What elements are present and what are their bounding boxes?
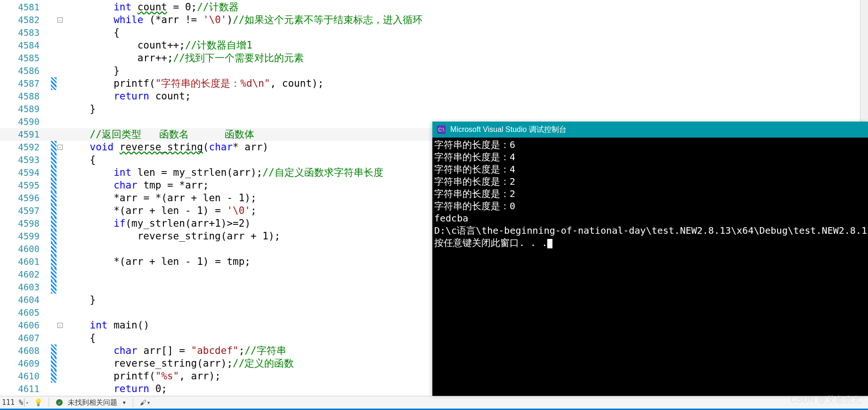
- line-number: 4590: [0, 115, 51, 128]
- code-text[interactable]: {: [66, 154, 96, 166]
- console-line: 字符串的长度是：0: [434, 200, 866, 212]
- console-output[interactable]: 字符串的长度是：6字符串的长度是：4字符串的长度是：4字符串的长度是：2字符串的…: [432, 138, 868, 396]
- line-number: 4596: [0, 192, 51, 205]
- change-marker: [51, 383, 57, 395]
- fold-toggle[interactable]: -: [57, 14, 63, 26]
- fold-toggle: [57, 52, 63, 65]
- line-number: 4591: [0, 128, 51, 141]
- line-number: 4599: [0, 230, 51, 243]
- fold-toggle: [57, 217, 63, 230]
- issues-ok-icon: ✓: [56, 399, 63, 406]
- zoom-control[interactable]: 111 % ▾: [2, 398, 30, 407]
- code-text[interactable]: {: [66, 26, 120, 39]
- code-text[interactable]: }: [66, 294, 96, 306]
- code-text[interactable]: while (*arr != '\0')//如果这个元素不等于结束标志，进入循环: [66, 14, 422, 26]
- change-marker: [51, 268, 57, 281]
- console-title-text: Microsoft Visual Studio 调试控制台: [450, 125, 567, 135]
- line-number: 4593: [0, 154, 51, 166]
- code-text[interactable]: char tmp = *arr;: [66, 179, 209, 192]
- fold-toggle: [57, 230, 63, 243]
- console-line: 字符串的长度是：6: [434, 139, 866, 151]
- code-text[interactable]: reverse_string(arr);//定义的函数: [66, 357, 294, 370]
- code-line[interactable]: 4581 int count = 0;//计数器: [0, 1, 868, 14]
- line-number: 4582: [0, 14, 51, 26]
- code-text[interactable]: *(arr + len - 1) = '\0';: [66, 205, 257, 217]
- code-text[interactable]: //返回类型 函数名 函数体: [66, 128, 254, 141]
- line-number: 4581: [0, 1, 51, 14]
- change-marker: [51, 115, 57, 128]
- line-number: 4607: [0, 332, 51, 344]
- change-marker: [51, 319, 57, 332]
- fold-toggle: [57, 154, 63, 166]
- code-text[interactable]: int len = my_strlen(arr);//自定义函数求字符串长度: [66, 166, 383, 179]
- line-number: 4583: [0, 26, 51, 39]
- code-text[interactable]: *arr = *(arr + len - 1);: [66, 192, 257, 205]
- change-marker: [51, 332, 57, 344]
- line-number: 4611: [0, 383, 51, 395]
- change-marker: [51, 294, 57, 306]
- line-number: 4603: [0, 281, 51, 294]
- code-line[interactable]: 4582- while (*arr != '\0')//如果这个元素不等于结束标…: [0, 14, 868, 26]
- code-text[interactable]: return count;: [66, 90, 191, 103]
- line-number: 4602: [0, 268, 51, 281]
- line-number: 4587: [0, 77, 51, 90]
- code-line[interactable]: 4586 }: [0, 65, 868, 77]
- code-text[interactable]: int count = 0;//计数器: [66, 1, 239, 14]
- fold-toggle: [57, 77, 63, 90]
- fold-toggle[interactable]: -: [57, 141, 63, 154]
- change-marker: [51, 166, 57, 179]
- code-line[interactable]: 4584 count++;//计数器自增1: [0, 39, 868, 52]
- fold-toggle: [57, 179, 63, 192]
- code-text[interactable]: printf("%s", arr);: [66, 370, 221, 383]
- code-text[interactable]: }: [66, 65, 120, 77]
- line-number: 4598: [0, 217, 51, 230]
- code-text[interactable]: if(my_strlen(arr+1)>=2): [66, 217, 251, 230]
- code-text[interactable]: printf("字符串的长度是：%d\n", count);: [66, 77, 324, 90]
- lightbulb-icon[interactable]: 💡: [34, 399, 42, 406]
- line-number: 4594: [0, 166, 51, 179]
- change-marker: [51, 128, 57, 141]
- debug-console-window[interactable]: C:\ Microsoft Visual Studio 调试控制台 字符串的长度…: [432, 122, 868, 396]
- code-line[interactable]: 4588 return count;: [0, 90, 868, 103]
- code-line[interactable]: 4587 printf("字符串的长度是：%d\n", count);: [0, 77, 868, 90]
- line-number: 4586: [0, 65, 51, 77]
- console-titlebar[interactable]: C:\ Microsoft Visual Studio 调试控制台: [432, 122, 868, 138]
- change-marker: [51, 14, 57, 26]
- change-marker: [51, 90, 57, 103]
- fold-toggle: [57, 383, 63, 395]
- code-text[interactable]: count++;//计数器自增1: [66, 39, 252, 52]
- code-text[interactable]: void reverse_string(char* arr): [66, 141, 268, 154]
- code-text[interactable]: return 0;: [66, 383, 167, 395]
- fold-toggle: [57, 332, 63, 344]
- change-marker: [51, 192, 57, 205]
- change-marker: [51, 141, 57, 154]
- change-marker: [51, 52, 57, 65]
- line-number: 4605: [0, 306, 51, 319]
- fold-toggle: [57, 1, 63, 14]
- fold-toggle: [57, 26, 63, 39]
- fold-toggle: [57, 357, 63, 370]
- code-line[interactable]: 4589 }: [0, 103, 868, 115]
- code-line[interactable]: 4585 arr++;//找到下一个需要对比的元素: [0, 52, 868, 65]
- code-text[interactable]: int main(): [66, 319, 149, 332]
- line-number: 4601: [0, 255, 51, 268]
- code-text[interactable]: reverse_string(arr + 1);: [66, 230, 280, 243]
- change-marker: [51, 77, 57, 90]
- fold-toggle: [57, 192, 63, 205]
- code-text[interactable]: *(arr + len - 1) = tmp;: [66, 255, 251, 268]
- code-text[interactable]: {: [66, 332, 96, 344]
- fold-toggle[interactable]: -: [57, 319, 63, 332]
- fold-toggle: [57, 255, 63, 268]
- chevron-down-icon[interactable]: ▾: [24, 398, 30, 407]
- chevron-down-icon[interactable]: ▾: [122, 398, 126, 407]
- console-line: 字符串的长度是：4: [434, 151, 866, 163]
- change-marker: [51, 357, 57, 370]
- code-text[interactable]: }: [66, 103, 96, 115]
- line-number: 4609: [0, 357, 51, 370]
- zoom-level: 111 %: [2, 398, 23, 407]
- code-line[interactable]: 4583 {: [0, 26, 868, 39]
- code-text[interactable]: arr++;//找到下一个需要对比的元素: [66, 52, 304, 65]
- code-text[interactable]: char arr[] = "abcdef";//字符串: [66, 344, 286, 357]
- line-number: 4588: [0, 90, 51, 103]
- wand-icon[interactable]: 🖌▾: [140, 399, 150, 406]
